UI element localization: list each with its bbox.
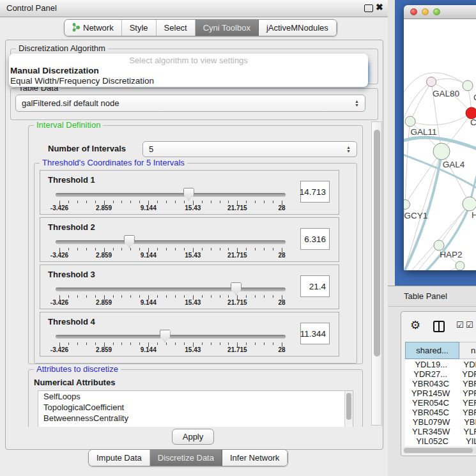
zoom-traffic-light-icon[interactable] bbox=[433, 8, 440, 15]
network-edge bbox=[405, 121, 410, 204]
threshold-panel-4: Threshold 4-3.4262.8599.14415.4321.71528… bbox=[40, 312, 339, 357]
thresholds-group: Threshold's Coordinates for 5 Intervals … bbox=[34, 163, 357, 364]
table-toolbar: ⚙ ☑ ☑ bbox=[401, 312, 476, 341]
network-window-titlebar[interactable] bbox=[404, 5, 476, 19]
threshold-slider[interactable]: -3.4262.8599.14415.4321.71528 bbox=[56, 234, 286, 259]
threshold-panel-3: Threshold 3-3.4262.8599.14415.4321.71528… bbox=[40, 265, 339, 309]
network-node-GAL4[interactable] bbox=[433, 143, 450, 160]
algorithm-item-manual[interactable]: Manual Discretization bbox=[10, 66, 99, 75]
settings-scroll-viewport: Interval Definition Number of Intervals … bbox=[13, 121, 371, 427]
tab-impute-data[interactable]: Impute Data bbox=[89, 450, 150, 466]
tab-style[interactable]: Style bbox=[122, 20, 157, 36]
threshold-value-field[interactable]: 11.344 bbox=[300, 323, 330, 344]
close-traffic-light-icon[interactable] bbox=[410, 8, 417, 15]
attributes-scrollbar[interactable] bbox=[344, 391, 353, 427]
attribute-list-item[interactable]: TopologicalCoefficient bbox=[38, 402, 353, 413]
number-of-intervals-combobox[interactable]: 5 ▲▼ bbox=[142, 141, 357, 157]
discretization-algorithm-title: Discretization Algorithm bbox=[16, 43, 108, 54]
table-row[interactable]: YER054CYER0 bbox=[405, 398, 476, 408]
algorithm-dropdown-popup: Select algorithm to view settings Manual… bbox=[9, 54, 368, 87]
network-node-HAP2[interactable] bbox=[434, 240, 444, 250]
table-row[interactable]: YDL19...YDL1 bbox=[405, 360, 476, 369]
network-node-label: HAP2 bbox=[440, 250, 462, 259]
slider-track[interactable] bbox=[56, 288, 286, 291]
minimize-traffic-light-icon[interactable] bbox=[422, 8, 429, 15]
panel-scrollbar-thumb[interactable] bbox=[374, 130, 380, 357]
number-of-intervals-label: Number of Intervals bbox=[48, 144, 126, 153]
slider-thumb[interactable] bbox=[231, 282, 242, 295]
interval-definition-title: Interval Definition bbox=[34, 121, 103, 130]
network-node-label: GAL80 bbox=[433, 89, 459, 98]
threshold-label: Threshold 1 bbox=[48, 175, 95, 185]
algorithm-item-equal-width[interactable]: Equal Width/Frequency Discretization bbox=[10, 76, 154, 86]
table-row[interactable]: YBR045CYBR0 bbox=[405, 408, 476, 417]
network-node-GAL11[interactable] bbox=[405, 116, 415, 127]
threshold-value-field[interactable]: 14.713 bbox=[300, 181, 330, 203]
table-row[interactable]: YBL079WYBL0 bbox=[405, 417, 476, 427]
tab-discretize-data[interactable]: Discretize Data bbox=[150, 450, 222, 466]
checkbox-icon[interactable]: ☑ bbox=[456, 320, 464, 330]
interval-definition-group: Interval Definition Number of Intervals … bbox=[28, 125, 363, 364]
network-canvas[interactable]: GAL80GACGAL11GAL4GCY1HHAP2 bbox=[404, 19, 476, 270]
table-hscrollbar-thumb[interactable] bbox=[404, 448, 473, 453]
threshold-slider[interactable]: -3.4262.8599.14415.4321.71528 bbox=[56, 329, 286, 353]
table-data-value: galFiltered.sif default node bbox=[22, 98, 119, 108]
slider-tick-labels: -3.4262.8599.14415.4321.71528 bbox=[59, 346, 282, 354]
network-edge bbox=[410, 113, 472, 125]
network-node-GA[interactable] bbox=[463, 81, 473, 91]
threshold-slider[interactable]: -3.4262.8599.14415.4321.71528 bbox=[56, 187, 286, 211]
apply-button[interactable]: Apply bbox=[172, 429, 214, 445]
threshold-value-field[interactable]: 6.316 bbox=[300, 228, 330, 250]
screen: Control Panel ✖ NetworkStyleSelectCyni T… bbox=[0, 0, 476, 476]
threshold-label: Threshold 2 bbox=[48, 222, 95, 232]
control-panel-titlebar: Control Panel ✖ bbox=[0, 0, 388, 17]
network-node-unlabeled[interactable] bbox=[456, 261, 464, 270]
slider-track[interactable] bbox=[56, 335, 286, 339]
table-row[interactable]: YLR345WYLR3 bbox=[405, 427, 476, 436]
float-panel-icon[interactable] bbox=[364, 4, 373, 12]
panel-scrollbar[interactable] bbox=[371, 121, 382, 426]
slider-thumb[interactable] bbox=[183, 188, 194, 201]
column-header-shared[interactable]: shared... bbox=[405, 342, 459, 359]
table-header-row: shared... na bbox=[405, 342, 476, 359]
table-row[interactable]: YIL052CYIL0 bbox=[405, 436, 476, 446]
tab-cyni-toolbox[interactable]: Cyni Toolbox bbox=[196, 20, 259, 36]
table-row[interactable]: YPR145WYPR1 bbox=[405, 388, 476, 398]
slider-thumb[interactable] bbox=[124, 235, 135, 248]
network-node-label: GAL4 bbox=[443, 160, 465, 169]
cyni-bottom-tabs: Impute DataDiscretize DataInfer Network bbox=[88, 449, 288, 466]
table-panel-titlebar: Table Panel bbox=[388, 286, 476, 307]
table-row[interactable]: YBR043CYBR0 bbox=[405, 379, 476, 388]
spinner-arrows-icon: ▲▼ bbox=[346, 146, 351, 153]
close-panel-icon[interactable]: ✖ bbox=[376, 2, 383, 12]
network-edge bbox=[410, 82, 431, 121]
gear-icon[interactable]: ⚙ bbox=[410, 319, 420, 331]
tab-jactivemnodules[interactable]: jActiveMNodules bbox=[259, 20, 337, 36]
table-row[interactable]: YDR27...YDR2 bbox=[405, 369, 476, 379]
slider-thumb[interactable] bbox=[160, 330, 171, 342]
slider-track[interactable] bbox=[56, 193, 286, 197]
table-hscrollbar[interactable] bbox=[403, 447, 476, 454]
network-node-label: C bbox=[470, 118, 476, 127]
network-icon bbox=[72, 22, 80, 34]
network-node-label: H bbox=[472, 210, 476, 220]
table-panel-title: Table Panel bbox=[404, 286, 447, 307]
number-of-intervals-value: 5 bbox=[149, 144, 153, 154]
threshold-value-field[interactable]: 21.4 bbox=[300, 275, 330, 297]
network-node-GCY1[interactable] bbox=[404, 200, 410, 210]
checkbox-icon[interactable]: ☑ bbox=[466, 320, 473, 330]
attribute-list-item[interactable]: BetweennessCentrality bbox=[38, 413, 353, 424]
network-node-H[interactable] bbox=[463, 197, 476, 211]
table-data-combobox[interactable]: galFiltered.sif default node ▲▼ bbox=[15, 95, 365, 112]
split-column-icon[interactable] bbox=[433, 321, 445, 332]
column-header-name[interactable]: na bbox=[459, 342, 476, 359]
tab-network[interactable]: Network bbox=[65, 20, 122, 36]
slider-track[interactable] bbox=[56, 240, 286, 244]
threshold-slider[interactable]: -3.4262.8599.14415.4321.71528 bbox=[56, 282, 286, 306]
attribute-list-item[interactable]: SelfLoops bbox=[38, 391, 353, 402]
network-node-label: GCY1 bbox=[404, 211, 428, 220]
tab-select[interactable]: Select bbox=[157, 20, 196, 36]
tab-infer-network[interactable]: Infer Network bbox=[222, 450, 288, 466]
slider-tick-labels: -3.4262.8599.14415.4321.71528 bbox=[59, 299, 282, 307]
network-node-GAL80[interactable] bbox=[427, 77, 436, 87]
